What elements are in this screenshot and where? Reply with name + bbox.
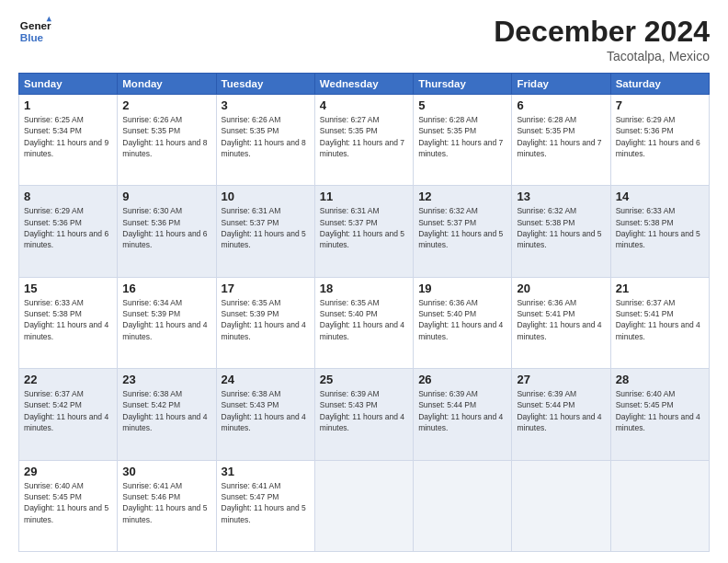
calendar-week-5: 29 Sunrise: 6:40 AM Sunset: 5:45 PM Dayl…: [19, 460, 710, 551]
day-info: Sunrise: 6:39 AM Sunset: 5:44 PM Dayligh…: [418, 388, 506, 433]
calendar-day: [314, 460, 413, 551]
title-block: December 2024 Tacotalpa, Mexico: [494, 15, 710, 63]
calendar-day: 11 Sunrise: 6:31 AM Sunset: 5:37 PM Dayl…: [314, 186, 413, 277]
day-info: Sunrise: 6:26 AM Sunset: 5:35 PM Dayligh…: [122, 114, 210, 159]
day-number: 14: [616, 190, 704, 203]
calendar-day: 17 Sunrise: 6:35 AM Sunset: 5:39 PM Dayl…: [216, 277, 314, 368]
day-number: 31: [222, 465, 310, 478]
day-number: 2: [122, 98, 210, 112]
day-number: 5: [418, 98, 506, 112]
day-number: 25: [320, 373, 408, 386]
header: General Blue December 2024 Tacotalpa, Me…: [18, 15, 710, 63]
day-info: Sunrise: 6:35 AM Sunset: 5:40 PM Dayligh…: [320, 297, 408, 342]
calendar-header-row: Sunday Monday Tuesday Wednesday Thursday…: [19, 74, 710, 95]
calendar-week-3: 15 Sunrise: 6:33 AM Sunset: 5:38 PM Dayl…: [19, 277, 710, 368]
calendar-day: 2 Sunrise: 6:26 AM Sunset: 5:35 PM Dayli…: [118, 95, 216, 186]
calendar-day: 7 Sunrise: 6:29 AM Sunset: 5:36 PM Dayli…: [610, 95, 709, 186]
day-info: Sunrise: 6:29 AM Sunset: 5:36 PM Dayligh…: [616, 114, 704, 159]
calendar-day: 30 Sunrise: 6:41 AM Sunset: 5:46 PM Dayl…: [118, 460, 216, 551]
calendar-day: 14 Sunrise: 6:33 AM Sunset: 5:38 PM Dayl…: [610, 186, 709, 277]
day-number: 16: [122, 282, 210, 295]
calendar-day: 25 Sunrise: 6:39 AM Sunset: 5:43 PM Dayl…: [314, 369, 413, 460]
calendar-day: 19 Sunrise: 6:36 AM Sunset: 5:40 PM Dayl…: [414, 277, 512, 368]
calendar-day: [414, 460, 512, 551]
day-info: Sunrise: 6:34 AM Sunset: 5:39 PM Dayligh…: [122, 297, 210, 342]
day-number: 23: [122, 373, 210, 386]
calendar-day: 21 Sunrise: 6:37 AM Sunset: 5:41 PM Dayl…: [610, 277, 709, 368]
header-wednesday: Wednesday: [314, 74, 413, 95]
generalblue-logo-icon: General Blue: [18, 15, 51, 48]
calendar-day: 27 Sunrise: 6:39 AM Sunset: 5:44 PM Dayl…: [512, 369, 610, 460]
day-info: Sunrise: 6:39 AM Sunset: 5:43 PM Dayligh…: [320, 388, 408, 433]
day-info: Sunrise: 6:30 AM Sunset: 5:36 PM Dayligh…: [122, 205, 210, 250]
day-number: 1: [24, 98, 112, 112]
header-friday: Friday: [512, 74, 610, 95]
day-info: Sunrise: 6:33 AM Sunset: 5:38 PM Dayligh…: [24, 297, 112, 342]
day-number: 24: [222, 373, 310, 386]
calendar-day: 4 Sunrise: 6:27 AM Sunset: 5:35 PM Dayli…: [314, 95, 413, 186]
day-number: 28: [616, 373, 704, 386]
day-info: Sunrise: 6:32 AM Sunset: 5:37 PM Dayligh…: [418, 205, 506, 250]
calendar-day: 9 Sunrise: 6:30 AM Sunset: 5:36 PM Dayli…: [118, 186, 216, 277]
header-tuesday: Tuesday: [216, 74, 314, 95]
calendar-day: 20 Sunrise: 6:36 AM Sunset: 5:41 PM Dayl…: [512, 277, 610, 368]
day-number: 18: [320, 282, 408, 295]
month-title: December 2024: [494, 15, 710, 49]
header-sunday: Sunday: [19, 74, 118, 95]
day-info: Sunrise: 6:41 AM Sunset: 5:46 PM Dayligh…: [122, 480, 210, 525]
calendar-table: Sunday Monday Tuesday Wednesday Thursday…: [18, 73, 710, 552]
calendar-day: 29 Sunrise: 6:40 AM Sunset: 5:45 PM Dayl…: [19, 460, 118, 551]
calendar-day: [610, 460, 709, 551]
calendar-day: 18 Sunrise: 6:35 AM Sunset: 5:40 PM Dayl…: [314, 277, 413, 368]
day-number: 17: [222, 282, 310, 295]
day-number: 21: [616, 282, 704, 295]
day-info: Sunrise: 6:39 AM Sunset: 5:44 PM Dayligh…: [517, 388, 605, 433]
day-number: 8: [24, 190, 112, 203]
day-info: Sunrise: 6:37 AM Sunset: 5:42 PM Dayligh…: [24, 388, 112, 433]
calendar-day: 5 Sunrise: 6:28 AM Sunset: 5:35 PM Dayli…: [414, 95, 512, 186]
calendar-day: [512, 460, 610, 551]
svg-text:Blue: Blue: [20, 31, 44, 43]
day-number: 30: [122, 465, 210, 478]
calendar-week-4: 22 Sunrise: 6:37 AM Sunset: 5:42 PM Dayl…: [19, 369, 710, 460]
day-info: Sunrise: 6:28 AM Sunset: 5:35 PM Dayligh…: [517, 114, 605, 159]
calendar-day: 8 Sunrise: 6:29 AM Sunset: 5:36 PM Dayli…: [19, 186, 118, 277]
day-info: Sunrise: 6:25 AM Sunset: 5:34 PM Dayligh…: [24, 114, 112, 159]
calendar-day: 13 Sunrise: 6:32 AM Sunset: 5:38 PM Dayl…: [512, 186, 610, 277]
calendar-day: 3 Sunrise: 6:26 AM Sunset: 5:35 PM Dayli…: [216, 95, 314, 186]
day-number: 20: [517, 282, 605, 295]
day-number: 22: [24, 373, 112, 386]
calendar-day: 16 Sunrise: 6:34 AM Sunset: 5:39 PM Dayl…: [118, 277, 216, 368]
day-info: Sunrise: 6:35 AM Sunset: 5:39 PM Dayligh…: [222, 297, 310, 342]
day-info: Sunrise: 6:27 AM Sunset: 5:35 PM Dayligh…: [320, 114, 408, 159]
logo: General Blue: [18, 15, 51, 48]
calendar-day: 24 Sunrise: 6:38 AM Sunset: 5:43 PM Dayl…: [216, 369, 314, 460]
day-info: Sunrise: 6:37 AM Sunset: 5:41 PM Dayligh…: [616, 297, 704, 342]
day-number: 27: [517, 373, 605, 386]
day-info: Sunrise: 6:32 AM Sunset: 5:38 PM Dayligh…: [517, 205, 605, 250]
day-number: 15: [24, 282, 112, 295]
calendar-day: 31 Sunrise: 6:41 AM Sunset: 5:47 PM Dayl…: [216, 460, 314, 551]
day-number: 13: [517, 190, 605, 203]
header-monday: Monday: [118, 74, 216, 95]
calendar-day: 22 Sunrise: 6:37 AM Sunset: 5:42 PM Dayl…: [19, 369, 118, 460]
day-number: 7: [616, 98, 704, 112]
day-info: Sunrise: 6:29 AM Sunset: 5:36 PM Dayligh…: [24, 205, 112, 250]
day-info: Sunrise: 6:28 AM Sunset: 5:35 PM Dayligh…: [418, 114, 506, 159]
calendar-day: 12 Sunrise: 6:32 AM Sunset: 5:37 PM Dayl…: [414, 186, 512, 277]
location-title: Tacotalpa, Mexico: [494, 49, 710, 63]
calendar-week-1: 1 Sunrise: 6:25 AM Sunset: 5:34 PM Dayli…: [19, 95, 710, 186]
day-info: Sunrise: 6:40 AM Sunset: 5:45 PM Dayligh…: [24, 480, 112, 525]
calendar-day: 15 Sunrise: 6:33 AM Sunset: 5:38 PM Dayl…: [19, 277, 118, 368]
header-thursday: Thursday: [414, 74, 512, 95]
calendar-week-2: 8 Sunrise: 6:29 AM Sunset: 5:36 PM Dayli…: [19, 186, 710, 277]
page: General Blue December 2024 Tacotalpa, Me…: [0, 0, 728, 563]
calendar-day: 6 Sunrise: 6:28 AM Sunset: 5:35 PM Dayli…: [512, 95, 610, 186]
day-info: Sunrise: 6:31 AM Sunset: 5:37 PM Dayligh…: [222, 205, 310, 250]
day-info: Sunrise: 6:36 AM Sunset: 5:41 PM Dayligh…: [517, 297, 605, 342]
day-number: 9: [122, 190, 210, 203]
calendar-day: 26 Sunrise: 6:39 AM Sunset: 5:44 PM Dayl…: [414, 369, 512, 460]
day-info: Sunrise: 6:38 AM Sunset: 5:42 PM Dayligh…: [122, 388, 210, 433]
day-number: 4: [320, 98, 408, 112]
day-number: 3: [222, 98, 310, 112]
